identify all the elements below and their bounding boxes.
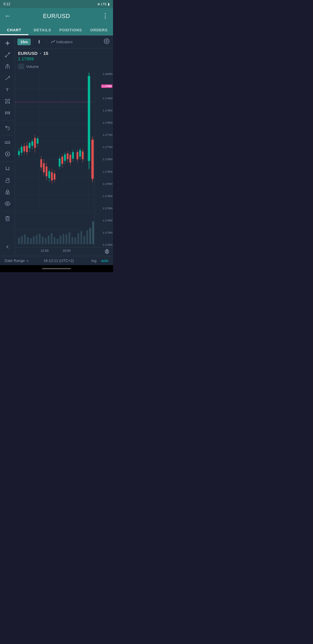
log-scale-button[interactable]: log	[91, 258, 96, 263]
svg-point-3	[5, 56, 6, 57]
svg-rect-41	[6, 180, 9, 182]
svg-rect-140	[82, 151, 83, 159]
volume-label-row: ⌄ Volume	[15, 62, 113, 71]
chart-settings-button[interactable]	[103, 37, 111, 46]
indicators-button[interactable]: Indicators	[48, 38, 75, 45]
delete-tool-button[interactable]	[1, 213, 14, 224]
price-label-17400: 1.17400	[95, 219, 112, 222]
price-label-18000: 1.18000	[95, 72, 112, 75]
svg-rect-82	[74, 238, 76, 244]
svg-point-18	[5, 102, 6, 103]
magnet-tool-button[interactable]	[1, 163, 14, 174]
price-label-17650: 1.17650	[95, 158, 112, 161]
tab-details[interactable]: DETAILS	[28, 24, 57, 35]
svg-rect-79	[65, 234, 67, 244]
svg-point-4	[8, 53, 10, 54]
svg-rect-74	[51, 233, 52, 244]
svg-rect-63	[18, 238, 20, 244]
svg-rect-76	[57, 239, 58, 244]
symbol-timeframe: 15	[43, 51, 48, 56]
svg-rect-73	[48, 235, 50, 244]
nav-home-bar	[42, 268, 71, 269]
candle-type-button[interactable]	[34, 38, 44, 46]
svg-rect-70	[39, 234, 41, 244]
svg-rect-86	[86, 230, 88, 244]
collapse-toolbar-button[interactable]	[1, 241, 14, 252]
svg-rect-114	[43, 163, 45, 173]
back-button[interactable]: ←	[5, 12, 11, 20]
svg-rect-128	[64, 154, 66, 161]
lock-edit-tool-button[interactable]	[1, 175, 14, 186]
svg-rect-64	[21, 236, 23, 244]
add-tool-button[interactable]	[1, 149, 14, 160]
svg-rect-112	[40, 159, 42, 167]
svg-point-45	[7, 203, 8, 205]
svg-rect-84	[80, 231, 82, 244]
time-axis: 12:00 18:00	[15, 247, 113, 256]
more-options-button[interactable]: ⋮	[102, 12, 108, 20]
text-tool-button[interactable]: T	[1, 84, 14, 95]
svg-rect-118	[48, 171, 50, 178]
svg-rect-110	[37, 138, 39, 144]
chart-main: 15m Indicators	[15, 35, 113, 256]
svg-point-15	[5, 99, 6, 100]
svg-rect-138	[79, 150, 81, 157]
svg-rect-126	[61, 157, 63, 164]
time-label-1800: 18:00	[63, 249, 71, 255]
candlestick-chart[interactable]: 1.18000 1.17959 1.17900 1.17850 1.17800 …	[15, 71, 113, 247]
tab-positions[interactable]: POSITIONS	[57, 24, 85, 35]
node-tool-button[interactable]	[1, 96, 14, 107]
auto-scale-button[interactable]: auto	[101, 258, 108, 263]
svg-line-12	[8, 76, 10, 77]
pitchfork-tool-button[interactable]	[1, 61, 14, 72]
svg-point-16	[9, 99, 10, 100]
price-label-17700: 1.17700	[95, 145, 112, 149]
svg-rect-116	[46, 167, 47, 176]
svg-rect-102	[26, 146, 28, 152]
chart-timestamp: 16:12:11 (UTC+2)	[32, 258, 85, 263]
crosshair-tool-button[interactable]	[1, 38, 14, 49]
toolbar-divider-2	[2, 135, 13, 135]
svg-rect-69	[36, 235, 38, 244]
price-label-17500: 1.17500	[95, 194, 112, 198]
visibility-tool-button[interactable]	[1, 198, 14, 209]
svg-point-50	[106, 41, 108, 42]
svg-point-19	[9, 102, 10, 103]
symbol-dot: ·	[40, 51, 41, 56]
svg-rect-122	[54, 174, 55, 180]
price-label-17550: 1.17550	[95, 182, 112, 185]
ruler-tool-button[interactable]	[1, 137, 14, 148]
symbol-price: 1.17959	[18, 56, 110, 61]
svg-rect-77	[60, 236, 61, 244]
lock-tool-button[interactable]	[1, 187, 14, 198]
tab-chart[interactable]: CHART	[0, 24, 28, 35]
svg-rect-98	[21, 147, 22, 153]
header: ← EUR/USD ⋮	[0, 8, 113, 24]
svg-line-7	[6, 64, 8, 66]
price-label-17300: 1.17300	[95, 243, 112, 246]
svg-rect-88	[92, 221, 94, 244]
volume-collapse-button[interactable]: ⌄	[18, 64, 24, 69]
extend-tool-button[interactable]	[1, 107, 14, 118]
toolbar-divider-3	[2, 161, 13, 162]
price-label-17800: 1.17800	[95, 121, 112, 124]
volume-text: Volume	[26, 64, 39, 69]
battery-icon: ▮	[108, 2, 110, 6]
svg-point-44	[7, 193, 8, 193]
svg-point-17	[7, 101, 8, 102]
svg-rect-66	[27, 237, 29, 244]
undo-button[interactable]	[1, 122, 14, 133]
tab-bar: CHART DETAILS POSITIONS ORDERS	[0, 24, 113, 35]
svg-rect-80	[68, 232, 70, 244]
svg-rect-144	[91, 140, 94, 179]
timeframe-15m-button[interactable]: 15m	[17, 39, 31, 45]
date-range-button[interactable]: Date Range	[5, 258, 29, 263]
timezone-settings-button[interactable]	[104, 249, 110, 255]
ray-tool-button[interactable]	[1, 73, 14, 84]
tab-orders[interactable]: ORDERS	[85, 24, 113, 35]
page-title: EUR/USD	[43, 13, 70, 19]
svg-rect-67	[30, 238, 32, 244]
timeframe-bar: 15m Indicators	[15, 35, 113, 48]
line-tool-button[interactable]	[1, 49, 14, 60]
nav-indicator	[0, 265, 113, 272]
